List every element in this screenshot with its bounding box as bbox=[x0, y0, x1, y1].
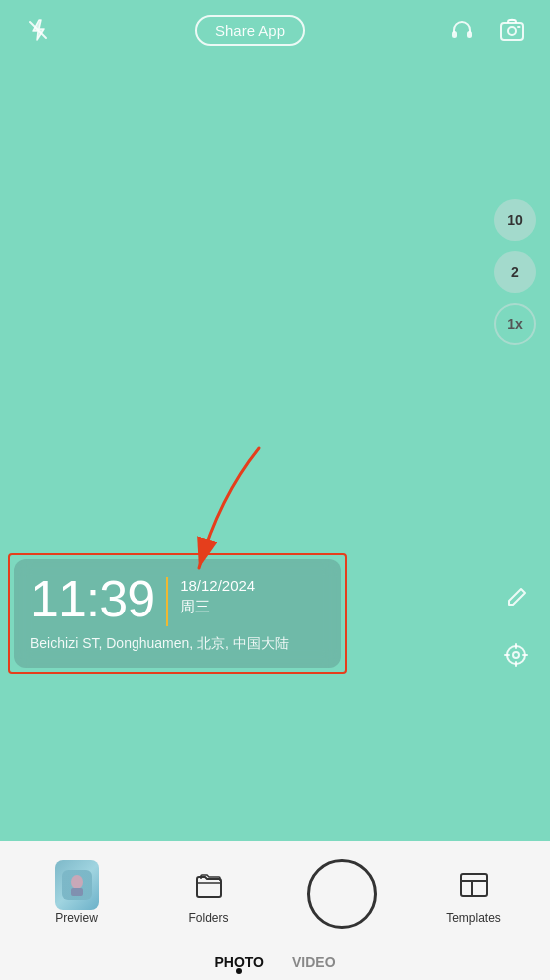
nav-item-templates[interactable]: Templates bbox=[434, 863, 514, 925]
nav-item-preview[interactable]: Preview bbox=[37, 863, 117, 925]
top-bar: Share App bbox=[0, 0, 550, 60]
photo-mode-button[interactable]: PHOTO bbox=[214, 954, 264, 970]
widget-top-row: 11:39 18/12/2024 周三 bbox=[30, 573, 325, 626]
clock-widget[interactable]: 11:39 18/12/2024 周三 Beichizi ST, Donghua… bbox=[14, 559, 341, 668]
svg-rect-2 bbox=[467, 31, 472, 38]
folders-label: Folders bbox=[188, 911, 228, 925]
zoom-1x-button[interactable]: 1x bbox=[494, 303, 536, 345]
camera-viewfinder bbox=[0, 60, 550, 841]
widget-container: 11:39 18/12/2024 周三 Beichizi ST, Donghua… bbox=[8, 553, 347, 674]
time-display: 11:39 bbox=[30, 573, 154, 624]
preview-image bbox=[55, 860, 99, 910]
nav-item-shutter[interactable] bbox=[302, 859, 382, 929]
camera-switch-button[interactable] bbox=[494, 12, 530, 48]
headphone-icon-button[interactable] bbox=[444, 12, 480, 48]
top-bar-right bbox=[444, 12, 530, 48]
weekday-text: 周三 bbox=[180, 598, 255, 616]
bottom-nav: Preview Folders bbox=[0, 841, 550, 980]
date-info: 18/12/2024 周三 bbox=[180, 573, 255, 616]
zoom-controls: 10 2 1x bbox=[494, 199, 536, 345]
svg-point-6 bbox=[513, 652, 519, 658]
date-text: 18/12/2024 bbox=[180, 577, 255, 594]
video-mode-button[interactable]: VIDEO bbox=[292, 954, 336, 970]
edit-button[interactable] bbox=[496, 578, 536, 617]
nav-tabs: Preview Folders bbox=[0, 841, 550, 948]
folders-icon bbox=[187, 863, 231, 907]
nav-item-folders[interactable]: Folders bbox=[169, 863, 249, 925]
svg-point-13 bbox=[71, 875, 83, 889]
share-app-button[interactable]: Share App bbox=[195, 15, 305, 46]
svg-rect-3 bbox=[501, 23, 523, 40]
preview-label: Preview bbox=[55, 911, 98, 925]
zoom-2-button[interactable]: 2 bbox=[494, 251, 536, 293]
svg-rect-14 bbox=[71, 888, 83, 896]
zoom-10-button[interactable]: 10 bbox=[494, 199, 536, 241]
preview-thumbnail bbox=[55, 863, 99, 907]
shutter-inner bbox=[312, 864, 372, 924]
svg-point-4 bbox=[508, 27, 516, 35]
svg-rect-15 bbox=[461, 874, 487, 896]
shutter-button[interactable] bbox=[307, 859, 377, 929]
right-bottom-controls bbox=[496, 578, 536, 675]
location-text: Beichizi ST, Donghuamen, 北京, 中国大陆 bbox=[30, 634, 325, 654]
flash-off-button[interactable] bbox=[20, 12, 56, 48]
svg-rect-1 bbox=[452, 31, 457, 38]
mode-toggle: PHOTO VIDEO bbox=[0, 948, 550, 980]
widget-highlight-border: 11:39 18/12/2024 周三 Beichizi ST, Donghua… bbox=[8, 553, 347, 674]
time-divider bbox=[166, 577, 168, 626]
location-button[interactable] bbox=[496, 635, 536, 675]
templates-icon bbox=[452, 863, 496, 907]
templates-label: Templates bbox=[446, 911, 501, 925]
top-bar-left bbox=[20, 12, 56, 48]
